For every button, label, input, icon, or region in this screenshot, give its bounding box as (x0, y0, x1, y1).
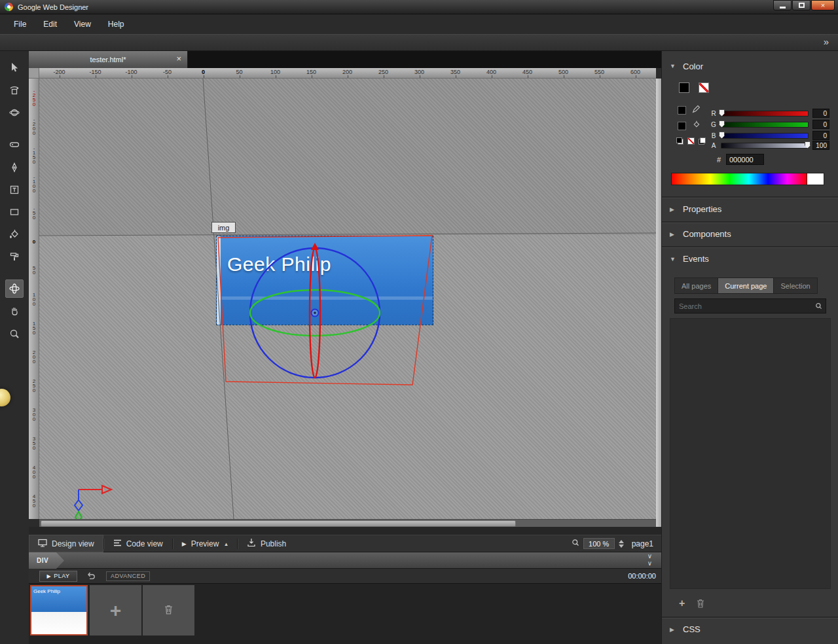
horizontal-ruler[interactable]: -200-150-100-500501001502002503003504004… (39, 68, 656, 79)
green-slider[interactable] (721, 122, 809, 128)
close-button[interactable]: × (811, 0, 835, 10)
events-search-input[interactable] (675, 302, 815, 310)
section-components-header[interactable]: ▶ Components (662, 223, 838, 245)
section-expanded-icon: ▼ (670, 63, 676, 69)
hand-icon (9, 306, 20, 316)
section-css-header[interactable]: ▶ CSS (662, 618, 838, 640)
zoom-stepper[interactable] (619, 540, 624, 548)
horizontal-scrollbar-thumb[interactable] (41, 520, 516, 527)
horizontal-scrollbar[interactable] (39, 519, 656, 527)
text-tool-button[interactable] (5, 181, 24, 199)
hand-tool-button[interactable] (5, 302, 24, 320)
select-tool-button[interactable] (5, 58, 24, 77)
panel-expander-icon[interactable]: » (824, 36, 829, 47)
red-value-field[interactable]: 0 (812, 109, 829, 118)
minimize-button[interactable] (773, 0, 792, 10)
fill-tool-button[interactable] (5, 225, 24, 243)
tag-tool-button[interactable] (5, 135, 24, 154)
alpha-value-field[interactable]: 100 (812, 141, 829, 150)
pen-icon (9, 162, 20, 173)
image-text: Geek Philip (227, 253, 331, 276)
add-page-button[interactable]: + (90, 585, 141, 635)
orbit-tool-button[interactable] (5, 103, 24, 122)
blue-channel-row: B 0 (710, 131, 829, 140)
blue-slider[interactable] (721, 133, 809, 139)
no-color-icon[interactable] (687, 137, 695, 145)
vertical-scrollbar[interactable] (656, 79, 661, 527)
red-slider[interactable] (721, 111, 809, 116)
design-view-button[interactable]: Design view (29, 535, 103, 552)
h-ruler-tick: 300 (401, 68, 437, 78)
options-strip: » (0, 34, 838, 51)
default-colors-icon[interactable] (699, 137, 706, 145)
menu-item-help[interactable]: Help (100, 14, 133, 34)
no-color-swatch[interactable] (699, 82, 709, 93)
search-icon[interactable] (815, 302, 822, 310)
preview-caret-icon[interactable]: ▴ (225, 541, 228, 547)
timecode: 00:00:00 (628, 572, 656, 580)
hue-gradient[interactable] (672, 173, 807, 185)
tab-current-page[interactable]: Current page (718, 277, 773, 294)
blue-slider-handle[interactable] (719, 132, 725, 139)
advanced-mode-toggle[interactable]: ADVANCED (106, 571, 150, 581)
green-slider-handle[interactable] (719, 120, 725, 128)
play-icon: ▶ (46, 573, 51, 579)
zoom-tool-button[interactable] (5, 325, 24, 343)
menu-item-file[interactable]: File (5, 14, 35, 34)
stepper-up-icon[interactable] (619, 540, 624, 543)
loop-back-icon[interactable] (86, 572, 96, 580)
green-value-field[interactable]: 0 (812, 120, 829, 129)
document-tab[interactable]: tester.html* × (29, 51, 188, 68)
code-view-button[interactable]: Code view (104, 535, 172, 552)
zoom-level-field[interactable]: 100 % (583, 538, 615, 549)
code-lines-icon (113, 539, 122, 548)
menu-item-edit[interactable]: Edit (35, 14, 65, 34)
play-button[interactable]: ▶ PLAY (39, 571, 77, 582)
vertical-ruler[interactable]: -250-200-150-100-50050100150200250300350… (29, 79, 39, 519)
tab-close-icon[interactable]: × (176, 54, 181, 63)
vertical-scrollbar-thumb[interactable] (656, 79, 661, 527)
gradient-tool-button[interactable] (5, 247, 24, 266)
page-thumbnail[interactable]: Geek Philip (30, 585, 88, 635)
collapse-timeline-icon[interactable]: ∨ ∨ (647, 552, 652, 567)
stage-outside-area (39, 79, 656, 235)
alpha-slider[interactable] (721, 143, 809, 149)
v-ruler-tick: -200 (29, 111, 39, 140)
red-slider-handle[interactable] (719, 109, 725, 116)
section-events-header[interactable]: ▼ Events (662, 247, 838, 270)
swap-colors-icon[interactable] (676, 137, 683, 145)
close-icon: × (821, 2, 825, 9)
blue-value-field[interactable]: 0 (812, 131, 829, 140)
section-properties-header[interactable]: ▶ Properties (662, 198, 838, 220)
tab-all-pages[interactable]: All pages (674, 277, 718, 294)
section-color-header[interactable]: ▼ Color (662, 55, 838, 77)
fill-color-swatch[interactable] (678, 122, 686, 130)
main-color-swatch[interactable] (679, 82, 689, 93)
add-event-button[interactable]: + (679, 598, 685, 609)
white-swatch[interactable] (807, 173, 824, 185)
hex-color-field[interactable] (726, 154, 764, 165)
delete-event-button[interactable] (697, 599, 704, 608)
breadcrumb-div[interactable]: DIV (29, 552, 64, 569)
tab-selection[interactable]: Selection (773, 277, 817, 294)
delete-page-button[interactable] (143, 585, 194, 635)
shape-tool-button[interactable] (5, 203, 24, 221)
publish-button[interactable]: Publish (238, 535, 295, 552)
stage-canvas[interactable]: Geek Philip img (39, 79, 656, 519)
rotate-object-tool-button[interactable] (5, 81, 24, 99)
timeline-control-bar: ▶ PLAY ADVANCED 00:00:00 (29, 569, 661, 584)
h-ruler-tick: 600 (617, 68, 653, 78)
menu-item-view[interactable]: View (65, 14, 100, 34)
stroke-color-swatch[interactable] (678, 106, 686, 115)
publish-icon (247, 538, 256, 549)
color-spectrum-bar[interactable] (671, 173, 824, 185)
maximize-button[interactable] (792, 0, 811, 10)
h-ruler-tick: 150 (293, 68, 329, 78)
stage-rotate-tool-button[interactable] (5, 279, 24, 298)
view-bar: Design view Code view ▶ Preview ▴ Publis… (29, 535, 661, 552)
stepper-down-icon[interactable] (619, 545, 624, 548)
selected-image-element[interactable]: Geek Philip (216, 236, 433, 325)
pen-tool-button[interactable] (5, 158, 24, 177)
preview-button[interactable]: ▶ Preview ▴ (173, 535, 237, 552)
alpha-slider-handle[interactable] (805, 141, 811, 149)
